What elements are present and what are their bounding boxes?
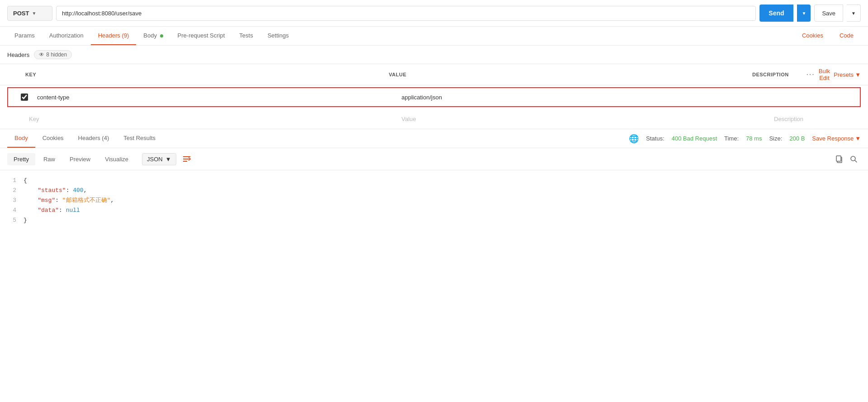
globe-icon: 🌐: [629, 134, 639, 144]
format-tab-visualize[interactable]: Visualize: [99, 153, 135, 165]
json-format-select[interactable]: JSON ▼: [142, 153, 176, 165]
format-tab-raw[interactable]: Raw: [37, 153, 61, 165]
response-status: 🌐 Status: 400 Bad Request Time: 78 ms Si…: [629, 134, 861, 144]
method-select[interactable]: POST ▼: [7, 6, 52, 21]
app-container: POST ▼ Send ▼ Save ▼ Params Authorizatio…: [0, 0, 868, 402]
line-num-5: 5: [7, 215, 16, 225]
line-content-1: {: [24, 176, 861, 186]
send-dropdown[interactable]: ▼: [797, 5, 811, 22]
search-icon[interactable]: [846, 152, 861, 166]
response-tab-body[interactable]: Body: [7, 129, 35, 148]
empty-header-row: Key Value Description: [0, 109, 868, 129]
response-tab-test-results[interactable]: Test Results: [116, 129, 163, 148]
format-tab-preview[interactable]: Preview: [63, 153, 97, 165]
response-tabs: Body Cookies Headers (4) Test Results 🌐 …: [0, 129, 868, 148]
svg-line-6: [855, 160, 857, 162]
code-area: 1 { 2 "stauts": 400, 3 "msg": "邮箱格式不正确",…: [0, 170, 868, 402]
value-cell: application/json: [398, 90, 762, 104]
hidden-badge[interactable]: 👁 8 hidden: [34, 50, 72, 59]
method-chevron: ▼: [32, 11, 36, 16]
code-line-4: 4 "data": null: [7, 206, 861, 215]
code-line-5: 5 }: [7, 215, 861, 225]
response-tab-headers[interactable]: Headers (4): [71, 129, 117, 148]
tab-headers[interactable]: Headers (9): [91, 27, 137, 45]
tab-authorization[interactable]: Authorization: [42, 27, 91, 45]
bulk-edit-button[interactable]: Bulk Edit: [819, 68, 830, 81]
headers-table: KEY VALUE DESCRIPTION ··· Bulk Edit Pres…: [0, 64, 868, 129]
size-label: Size:: [769, 135, 782, 142]
request-tabs: Params Authorization Headers (9) Body Pr…: [0, 27, 868, 46]
empty-value-cell[interactable]: Value: [398, 112, 770, 126]
line-num-2: 2: [7, 186, 16, 196]
url-bar: POST ▼ Send ▼ Save ▼: [0, 0, 868, 27]
more-options-button[interactable]: ···: [806, 70, 815, 79]
code-line-2: 2 "stauts": 400,: [7, 186, 861, 196]
tab-code[interactable]: Code: [832, 27, 861, 45]
url-input[interactable]: [56, 6, 756, 21]
line-num-4: 4: [7, 206, 16, 215]
response-icons: [832, 152, 861, 166]
time-value: 78 ms: [746, 135, 762, 142]
tab-settings[interactable]: Settings: [260, 27, 296, 45]
code-line-1: 1 {: [7, 176, 861, 186]
save-button[interactable]: Save: [814, 5, 843, 22]
key-cell: content-type: [33, 90, 398, 104]
response-body: Pretty Raw Preview Visualize JSON ▼: [0, 148, 868, 402]
copy-icon[interactable]: [832, 152, 846, 166]
headers-section: Headers 👁 8 hidden: [0, 46, 868, 64]
line-content-4: "data": null: [24, 206, 861, 215]
col-actions: ··· Bulk Edit Presets ▼: [843, 68, 861, 81]
col-value-header: VALUE: [389, 72, 752, 77]
line-num-3: 3: [7, 196, 16, 206]
active-header-row-wrapper: content-type application/json: [7, 87, 861, 107]
tab-cookies[interactable]: Cookies: [795, 27, 830, 45]
line-content-2: "stauts": 400,: [24, 186, 861, 196]
send-button[interactable]: Send: [760, 5, 793, 22]
wrap-icon[interactable]: [182, 154, 192, 164]
svg-rect-4: [836, 156, 841, 161]
response-tab-cookies[interactable]: Cookies: [35, 129, 71, 148]
code-line-3: 3 "msg": "邮箱格式不正确",: [7, 196, 861, 206]
line-content-5: }: [24, 215, 861, 225]
save-dropdown[interactable]: ▼: [847, 5, 861, 22]
headers-label: Headers: [7, 51, 29, 58]
size-value: 200 B: [789, 135, 805, 142]
status-value: 400 Bad Request: [672, 135, 717, 142]
headers-badge: (9): [122, 32, 129, 39]
line-num-1: 1: [7, 176, 16, 186]
save-response-button[interactable]: Save Response ▼: [812, 135, 861, 142]
hidden-count: 8 hidden: [46, 51, 67, 58]
tab-tests[interactable]: Tests: [232, 27, 260, 45]
presets-button[interactable]: Presets ▼: [834, 71, 861, 78]
col-key-header: KEY: [25, 72, 389, 77]
table-row: content-type application/json: [7, 87, 861, 107]
body-dot: [160, 34, 163, 37]
checkbox-cell[interactable]: [15, 93, 33, 101]
format-tab-pretty[interactable]: Pretty: [7, 153, 35, 165]
tab-body[interactable]: Body: [136, 27, 170, 45]
time-label: Time:: [724, 135, 739, 142]
desc-cell: [762, 93, 853, 101]
row-checkbox[interactable]: [21, 93, 28, 101]
method-text: POST: [13, 10, 29, 17]
table-header-row: KEY VALUE DESCRIPTION ··· Bulk Edit Pres…: [0, 64, 868, 85]
tab-right: Cookies Code: [795, 27, 861, 45]
format-bar: Pretty Raw Preview Visualize JSON ▼: [0, 148, 868, 170]
empty-desc-cell: Description: [770, 112, 861, 126]
empty-key-cell[interactable]: Key: [25, 112, 398, 126]
eye-icon: 👁: [39, 51, 44, 58]
status-label: Status:: [646, 135, 664, 142]
tab-pre-request[interactable]: Pre-request Script: [170, 27, 232, 45]
line-content-3: "msg": "邮箱格式不正确",: [24, 196, 861, 206]
tab-params[interactable]: Params: [7, 27, 42, 45]
